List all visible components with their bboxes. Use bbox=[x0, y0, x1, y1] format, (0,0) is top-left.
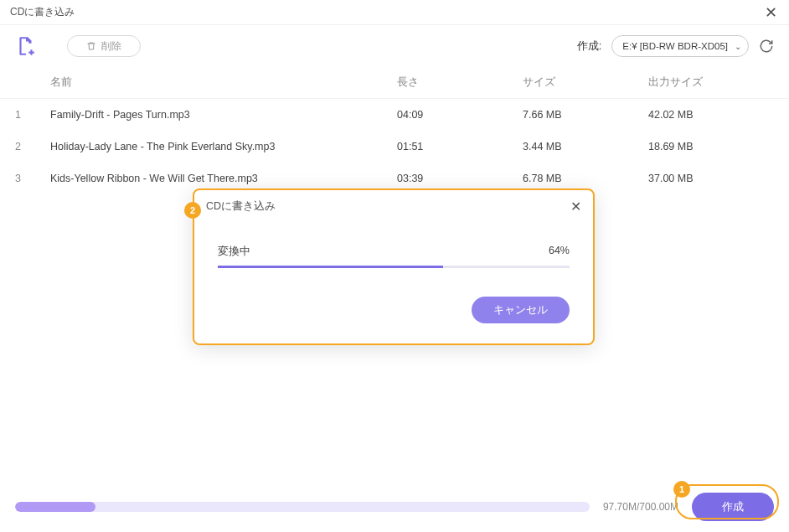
table-row[interactable]: 1 Family-Drift - Pages Turn.mp3 04:09 7.… bbox=[0, 99, 789, 131]
col-output: 出力サイズ bbox=[648, 75, 774, 90]
row-index: 2 bbox=[15, 141, 50, 152]
row-size: 6.78 MB bbox=[523, 173, 648, 184]
modal-header: CDに書き込み ✕ bbox=[194, 190, 593, 223]
footer: 97.70M/700.00M 1 作成 bbox=[0, 482, 789, 532]
create-button[interactable]: 作成 bbox=[692, 493, 774, 521]
row-length: 04:09 bbox=[397, 109, 523, 121]
progress-bar bbox=[218, 266, 570, 268]
row-output: 42.02 MB bbox=[648, 109, 774, 121]
row-name: Family-Drift - Pages Turn.mp3 bbox=[50, 109, 397, 121]
table-body: 1 Family-Drift - Pages Turn.mp3 04:09 7.… bbox=[0, 99, 789, 194]
row-index: 3 bbox=[15, 173, 50, 184]
progress-row: 変換中 64% bbox=[218, 245, 570, 259]
progress-modal: 2 CDに書き込み ✕ 変換中 64% キャンセル bbox=[193, 189, 595, 345]
chevron-down-icon: ⌄ bbox=[735, 42, 741, 51]
row-index: 1 bbox=[15, 109, 50, 121]
drive-value: E:¥ [BD-RW BDR-XD05] bbox=[622, 41, 728, 51]
add-file-icon[interactable] bbox=[15, 35, 37, 57]
modal-body: 変換中 64% bbox=[194, 223, 593, 276]
col-length: 長さ bbox=[397, 75, 523, 90]
callout-badge-1: 1 bbox=[673, 481, 690, 498]
row-size: 7.66 MB bbox=[523, 109, 648, 121]
window-title: CDに書き込み bbox=[10, 5, 75, 19]
burn-cd-window: CDに書き込み ✕ 削除 作成: E:¥ [BD-RW BDR-XD05] ⌄ … bbox=[0, 0, 789, 532]
callout-badge-2: 2 bbox=[184, 202, 201, 219]
capacity-fill bbox=[15, 502, 95, 512]
delete-label: 削除 bbox=[101, 39, 121, 54]
col-name: 名前 bbox=[50, 75, 397, 90]
row-output: 37.00 MB bbox=[648, 173, 774, 184]
row-name: Holiday-Lady Lane - The Pink Everland Sk… bbox=[50, 141, 397, 152]
capacity-text: 97.70M/700.00M bbox=[603, 501, 678, 513]
toolbar: 削除 作成: E:¥ [BD-RW BDR-XD05] ⌄ bbox=[0, 25, 789, 67]
row-name: Kids-Yellow Ribbon - We Will Get There.m… bbox=[50, 173, 397, 184]
progress-status: 変換中 bbox=[218, 245, 250, 259]
modal-footer: キャンセル bbox=[194, 276, 593, 323]
trash-icon bbox=[86, 41, 96, 51]
toolbar-left: 削除 bbox=[15, 35, 577, 57]
toolbar-right: 作成: E:¥ [BD-RW BDR-XD05] ⌄ bbox=[577, 35, 774, 57]
col-size: サイズ bbox=[523, 75, 648, 90]
close-icon[interactable]: ✕ bbox=[570, 199, 581, 214]
table-row[interactable]: 2 Holiday-Lady Lane - The Pink Everland … bbox=[0, 131, 789, 163]
cancel-button[interactable]: キャンセル bbox=[472, 297, 570, 323]
row-length: 01:51 bbox=[397, 141, 523, 152]
table-header: 名前 長さ サイズ 出力サイズ bbox=[0, 67, 789, 99]
refresh-icon[interactable] bbox=[759, 39, 774, 54]
progress-fill bbox=[218, 266, 443, 268]
close-icon[interactable]: ✕ bbox=[762, 3, 779, 22]
row-length: 03:39 bbox=[397, 173, 523, 184]
row-size: 3.44 MB bbox=[523, 141, 648, 152]
delete-button[interactable]: 削除 bbox=[67, 35, 141, 57]
progress-percent: 64% bbox=[549, 245, 570, 259]
drive-label: 作成: bbox=[577, 39, 602, 54]
titlebar: CDに書き込み ✕ bbox=[0, 0, 789, 25]
modal-title: CDに書き込み bbox=[206, 199, 276, 214]
capacity-bar bbox=[15, 502, 590, 512]
row-output: 18.69 MB bbox=[648, 141, 774, 152]
drive-select[interactable]: E:¥ [BD-RW BDR-XD05] ⌄ bbox=[611, 35, 749, 57]
create-wrap: 1 作成 bbox=[692, 493, 774, 521]
